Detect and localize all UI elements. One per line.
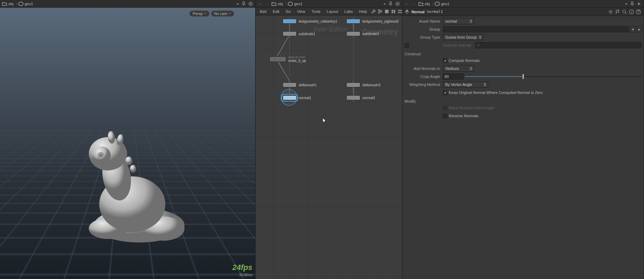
crumb-obj[interactable]: obj	[418, 1, 432, 7]
camera-persp-button[interactable]: Persp	[189, 10, 210, 17]
model-rubbertoy	[73, 128, 188, 246]
menu-add[interactable]: Add	[257, 8, 269, 15]
group-type-dropdown[interactable]: Guess from Group	[443, 34, 483, 40]
camera-nocam-button[interactable]: No cam	[211, 10, 234, 17]
wrench-icon[interactable]	[370, 8, 377, 15]
crumb-geo1[interactable]: geo1	[18, 1, 35, 7]
layout2-icon[interactable]	[390, 8, 396, 15]
compute-checkbox[interactable]	[443, 58, 447, 63]
reverse-checkbox[interactable]	[443, 114, 447, 118]
label: Weighting Method	[405, 82, 443, 87]
viewport-pane: obj geo1	[0, 0, 256, 279]
crumb-geo1[interactable]: geo1	[287, 1, 305, 7]
flag-icon[interactable]	[614, 9, 621, 15]
label: Keep Original Normal Where Computed Norm…	[449, 90, 543, 95]
node-label: noise_it_up	[288, 59, 306, 63]
cusp-input[interactable]	[443, 73, 464, 80]
crumb-label: geo1	[294, 2, 303, 6]
svg-rect-24	[394, 10, 395, 13]
operator-name[interactable]: normal1	[427, 9, 443, 14]
network-pane: ← → obj geo1 Add Edit Go View Tools Layo…	[256, 0, 402, 279]
menu-view[interactable]: View	[294, 8, 308, 15]
node-normal3[interactable]: normal3	[346, 95, 375, 100]
weighting-dropdown[interactable]: By Vertex Angle	[443, 81, 488, 88]
pin-icon[interactable]	[241, 1, 247, 7]
asset-name-dropdown[interactable]: normal	[443, 18, 474, 24]
menu-layout[interactable]: Layout	[324, 8, 341, 15]
watermark-edition: Indie Edition	[314, 26, 348, 33]
nav-forward-button[interactable]: →	[264, 1, 270, 7]
svg-point-14	[125, 157, 132, 165]
menu-edit[interactable]: Edit	[270, 8, 282, 15]
crumb-obj[interactable]: obj	[1, 1, 16, 7]
label: Make Normals Unit Length	[449, 106, 494, 110]
node-testgeometry-rubbertoy1[interactable]: testgeometry_rubbertoy1	[283, 19, 337, 24]
node-label: normal3	[362, 96, 375, 100]
svg-marker-29	[435, 2, 439, 6]
layout1-icon[interactable]	[384, 8, 390, 15]
viewport-3d[interactable]: Persp No cam 24fps 36.86ms	[0, 8, 255, 279]
parm-cusp-angle: Cusp Angle	[405, 73, 642, 80]
link-icon[interactable]	[248, 1, 254, 7]
override-input	[475, 42, 642, 48]
svg-marker-16	[288, 2, 292, 6]
path-dropdown[interactable]	[236, 1, 240, 7]
nav-back-button[interactable]: ←	[257, 1, 263, 7]
cusp-slider[interactable]	[465, 73, 642, 80]
help-icon[interactable]	[635, 9, 642, 15]
parameter-breadcrumb: obj geo1	[418, 1, 623, 7]
keep-checkbox[interactable]	[443, 90, 447, 95]
jump-icon[interactable]	[636, 1, 642, 7]
node-deltamush1[interactable]: deltamush1	[283, 82, 317, 87]
search-icon[interactable]	[621, 9, 628, 15]
crumb-geo1[interactable]: geo1	[434, 1, 451, 7]
node-label: subdivide1	[299, 32, 315, 36]
pin-icon[interactable]	[387, 1, 394, 7]
node-subdivide1[interactable]: subdivide1	[283, 31, 315, 36]
label: Override Normal	[443, 43, 475, 47]
link-icon[interactable]	[394, 1, 401, 7]
gear-icon[interactable]	[607, 9, 614, 15]
svg-marker-0	[19, 2, 23, 6]
svg-rect-20	[378, 12, 379, 13]
node-label: deltamush1	[299, 83, 317, 87]
svg-rect-21	[381, 11, 382, 12]
addto-dropdown[interactable]: Vertices	[443, 65, 474, 72]
svg-point-31	[623, 10, 626, 13]
frametime-readout: 36.86ms	[239, 273, 252, 277]
nav-forward-button[interactable]: →	[411, 1, 417, 7]
node-deltamush3[interactable]: deltamush3	[346, 82, 380, 87]
menu-labs[interactable]: Labs	[342, 8, 356, 15]
path-dropdown[interactable]	[383, 1, 387, 7]
viewport-pathbar: obj geo1	[0, 0, 255, 8]
node-normal1[interactable]: normal1	[283, 95, 311, 100]
menu-go[interactable]: Go	[283, 8, 294, 15]
svg-rect-25	[398, 10, 400, 11]
node-testgeometry-pighead2[interactable]: testgeometry_pighead2	[346, 19, 399, 24]
group-menu-button[interactable]: ▾	[630, 26, 635, 32]
geo-icon	[18, 1, 23, 6]
svg-rect-19	[378, 10, 379, 11]
tree-icon[interactable]	[377, 8, 383, 15]
node-noise-it-up[interactable]: Attribute VOPnoise_it_up	[269, 56, 306, 63]
crumb-obj[interactable]: obj	[271, 1, 285, 7]
parm-asset-name: Asset Name normal	[405, 17, 642, 25]
network-canvas[interactable]: Indie Edition Geometry testgeometry_rubb…	[256, 15, 402, 279]
svg-rect-23	[392, 10, 393, 13]
parameter-header-tools	[607, 9, 642, 15]
node-label: normal1	[299, 96, 311, 100]
node-subdivide3[interactable]: subdivide3	[346, 31, 379, 36]
info-icon[interactable]	[628, 9, 635, 15]
parm-weighting-method: Weighting Method By Vertex Angle	[405, 81, 642, 88]
group-select-button[interactable]: ▸	[637, 26, 642, 32]
override-checkbox[interactable]	[405, 43, 409, 48]
menu-tools[interactable]: Tools	[309, 8, 323, 15]
pin-icon[interactable]	[629, 1, 635, 7]
nav-back-button[interactable]: ←	[404, 1, 410, 7]
svg-point-15	[130, 165, 136, 173]
path-dropdown[interactable]	[624, 1, 628, 7]
group-input[interactable]	[443, 26, 629, 32]
svg-rect-26	[400, 10, 402, 11]
menu-help[interactable]: Help	[356, 8, 370, 15]
unit-checkbox[interactable]	[443, 106, 447, 110]
